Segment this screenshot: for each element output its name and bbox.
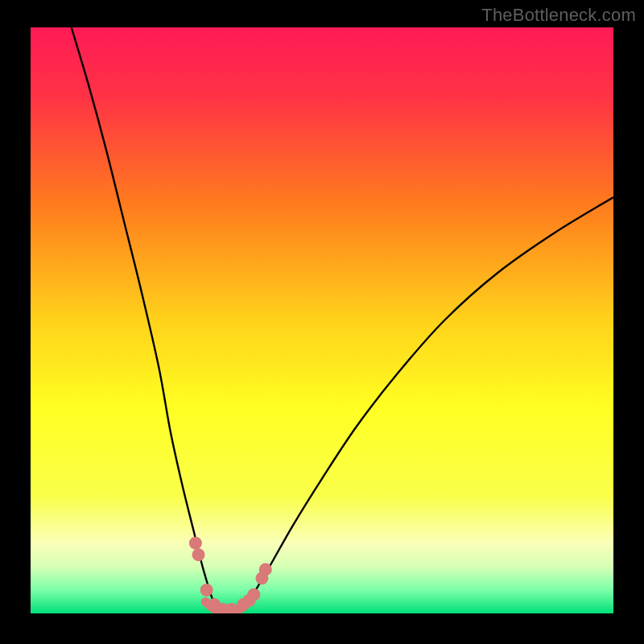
datapoint-marker: [247, 588, 260, 601]
datapoint-marker: [192, 548, 205, 561]
datapoint-marker: [259, 563, 272, 576]
chart-svg: [31, 27, 613, 613]
datapoint-marker: [200, 584, 213, 597]
watermark-text: TheBottleneck.com: [481, 5, 636, 26]
gradient-background: [31, 27, 613, 613]
datapoint-marker: [189, 537, 202, 550]
chart-frame: TheBottleneck.com: [0, 0, 644, 644]
plot-area: [31, 27, 613, 613]
